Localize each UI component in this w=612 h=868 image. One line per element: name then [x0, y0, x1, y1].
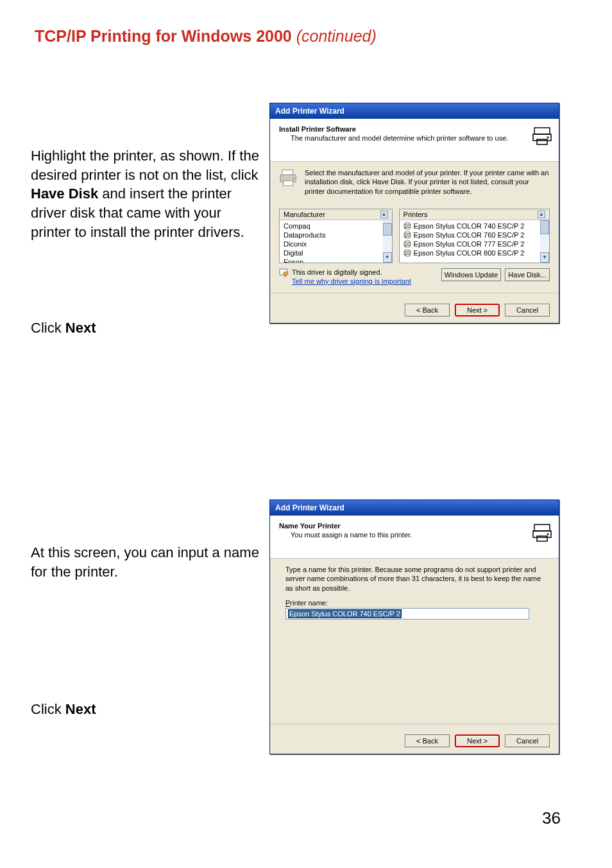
svg-point-23: [404, 254, 405, 256]
svg-point-11: [404, 227, 405, 229]
item-label: Epson Stylus COLOR 800 ESC/P 2: [414, 249, 525, 257]
list-item[interactable]: Epson Stylus COLOR 740 ESC/P 2: [402, 221, 540, 230]
dialog-titlebar: Add Printer Wizard: [270, 103, 559, 119]
label-rest: rinter name:: [290, 599, 328, 607]
list-item[interactable]: Epson Stylus COLOR 760 ESC/P 2: [402, 230, 540, 239]
list-item[interactable]: Dataproducts: [282, 230, 383, 239]
next-button[interactable]: Next >: [455, 734, 500, 747]
scrollbar[interactable]: ▼: [540, 220, 549, 263]
next-bold: Next: [65, 320, 96, 336]
list-item[interactable]: Epson: [282, 257, 383, 263]
svg-point-29: [547, 534, 549, 535]
svg-rect-28: [537, 536, 547, 541]
printer-icon: [532, 522, 552, 545]
svg-rect-6: [284, 181, 293, 186]
text: Click: [31, 320, 65, 336]
list-item[interactable]: Digital: [282, 248, 383, 257]
dialog-header-band: Install Printer Software The manufacture…: [270, 119, 559, 162]
scrollbar-thumb[interactable]: [383, 223, 392, 236]
scroll-up-icon[interactable]: ▲: [380, 211, 388, 218]
svg-point-15: [404, 236, 405, 238]
dialog-header-subtitle: The manufacturer and model determine whi…: [279, 134, 552, 142]
scroll-up-icon[interactable]: ▲: [538, 211, 545, 218]
svg-rect-9: [405, 223, 409, 225]
item-label: Epson Stylus COLOR 760 ESC/P 2: [414, 231, 525, 239]
manufacturer-column: Manufacturer ▲ Compaq Dataproducts Dicon…: [279, 209, 393, 263]
svg-rect-17: [405, 241, 409, 243]
info-row: Select the manufacturer and model of you…: [279, 168, 550, 196]
svg-rect-2: [537, 139, 547, 144]
windows-update-button[interactable]: Windows Update: [441, 268, 501, 281]
svg-point-7: [293, 178, 294, 179]
column-label: Manufacturer: [284, 211, 325, 218]
dialog-title: Add Printer Wizard: [275, 107, 344, 116]
printer-name-input[interactable]: Epson Stylus COLOR 740 ESC/P 2: [285, 608, 529, 620]
next-button[interactable]: Next >: [455, 304, 500, 317]
printers-header[interactable]: Printers ▲: [399, 209, 550, 220]
instruction-click-next-2: Click Next: [31, 700, 262, 719]
page-title-main: TCP/IP Printing for Windows 2000: [35, 27, 296, 45]
driver-signed-info: This driver is digitally signed. Tell me…: [279, 268, 411, 285]
instruction-paragraph-1: Highlight the printer, as shown. If the …: [31, 146, 262, 241]
hint-text: Type a name for this printer. Because so…: [285, 565, 543, 593]
separator: [270, 724, 559, 724]
svg-rect-0: [534, 128, 550, 134]
printer-icon: [404, 240, 411, 248]
dialog-header-subtitle: You must assign a name to this printer.: [279, 531, 552, 539]
printer-icon: [279, 168, 298, 189]
printer-icon: [404, 222, 411, 230]
scrollbar[interactable]: ▼: [383, 220, 392, 263]
dialog-header-title: Name Your Printer: [279, 522, 552, 530]
printer-icon: [404, 249, 411, 257]
driver-info-row: This driver is digitally signed. Tell me…: [279, 268, 550, 285]
cancel-button[interactable]: Cancel: [505, 304, 550, 317]
page-title: TCP/IP Printing for Windows 2000 (contin…: [35, 27, 377, 46]
svg-point-25: [284, 272, 287, 275]
text: Highlight the printer, as shown. If the …: [31, 148, 259, 183]
dialog-body: Type a name for this printer. Because so…: [270, 559, 559, 728]
back-button[interactable]: < Back: [405, 304, 450, 317]
printer-icon: [404, 231, 411, 239]
back-button[interactable]: < Back: [405, 734, 450, 747]
instruction-click-next-1: Click Next: [31, 318, 262, 338]
driver-signing-link[interactable]: Tell me why driver signing is important: [292, 277, 411, 285]
printers-column: Printers ▲ Epson Stylus COLOR 740 ESC/P …: [399, 209, 550, 263]
dialog-titlebar: Add Printer Wizard: [270, 500, 559, 516]
driver-signed-text: This driver is digitally signed.: [292, 268, 382, 276]
manufacturer-header[interactable]: Manufacturer ▲: [279, 209, 393, 220]
printers-list[interactable]: Epson Stylus COLOR 740 ESC/P 2 Epson Sty…: [399, 220, 550, 263]
svg-rect-4: [282, 170, 293, 175]
list-item[interactable]: Epson Stylus COLOR 777 ESC/P 2: [402, 239, 540, 248]
cancel-button[interactable]: Cancel: [505, 734, 550, 747]
scroll-down-icon[interactable]: ▼: [540, 252, 549, 263]
dialog-header-band: Name Your Printer You must assign a name…: [270, 516, 559, 559]
scrollbar-thumb[interactable]: [540, 220, 549, 234]
svg-point-19: [404, 245, 405, 247]
list-item[interactable]: Diconix: [282, 239, 383, 248]
text: At this screen, you can input a name for…: [31, 544, 259, 580]
text: Click: [31, 701, 65, 717]
printer-name-label: Printer name:: [285, 599, 543, 607]
dialog-instruction-text: Select the manufacturer and model of you…: [305, 168, 550, 196]
manufacturer-list[interactable]: Compaq Dataproducts Diconix Digital Epso…: [279, 220, 393, 263]
have-disk-button[interactable]: Have Disk...: [505, 268, 550, 281]
scroll-down-icon[interactable]: ▼: [383, 252, 392, 263]
dialog-nav-buttons: < Back Next > Cancel: [270, 297, 559, 323]
dialog-install-printer-software: Add Printer Wizard Install Printer Softw…: [269, 103, 559, 324]
item-label: Epson Stylus COLOR 777 ESC/P 2: [414, 240, 525, 248]
list-item[interactable]: Compaq: [282, 221, 383, 230]
dialog-name-your-printer: Add Printer Wizard Name Your Printer You…: [269, 499, 559, 754]
page-title-continued: (continued): [296, 27, 377, 45]
svg-point-3: [547, 137, 549, 139]
dialog-header-title: Install Printer Software: [279, 125, 552, 133]
list-panes: Manufacturer ▲ Compaq Dataproducts Dicon…: [279, 209, 550, 263]
dialog-title: Add Printer Wizard: [275, 503, 344, 512]
dialog-body: Select the manufacturer and model of you…: [270, 162, 559, 297]
next-bold: Next: [65, 701, 96, 717]
have-disk-bold: Have Disk: [31, 186, 98, 202]
dialog-nav-buttons: < Back Next > Cancel: [270, 728, 559, 754]
list-item[interactable]: Epson Stylus COLOR 800 ESC/P 2: [402, 248, 540, 257]
printer-icon: [532, 125, 552, 148]
column-label: Printers: [404, 211, 428, 218]
page-number: 36: [542, 808, 561, 828]
